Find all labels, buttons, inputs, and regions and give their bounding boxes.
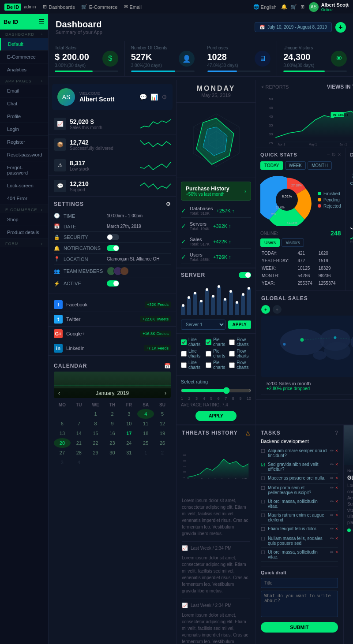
chart-opt-line2[interactable]: Line charts (181, 349, 202, 358)
sidebar-item-forgot[interactable]: Forgot-password (0, 161, 48, 179)
cal-day[interactable]: 1 (137, 448, 154, 458)
chart-opt-flow2[interactable]: Flow charts (229, 349, 251, 358)
edit-icon[interactable]: ✏ (330, 448, 334, 453)
sidebar-item-ecommerce[interactable]: E-Commerce (0, 51, 48, 63)
menu-icon[interactable]: ☰ (38, 18, 45, 26)
draft-title-input[interactable] (261, 578, 338, 588)
sidebar-item-analytics[interactable]: Analytics (0, 63, 48, 76)
cal-day[interactable]: 8 (87, 419, 104, 428)
chart-icon[interactable]: 📊 (150, 93, 158, 101)
sidebar-item-register[interactable]: Register (0, 136, 48, 149)
chart-opt-pie1[interactable]: Pie charts (206, 337, 225, 347)
cart-icon[interactable]: 🛒 (291, 4, 297, 10)
delete-icon[interactable]: × (335, 513, 338, 517)
rating-slider[interactable] (181, 387, 251, 394)
cal-day[interactable]: 13 (54, 428, 71, 438)
cal-day[interactable]: 26 (154, 438, 171, 448)
cal-day[interactable]: 11 (137, 419, 154, 428)
add-button[interactable]: + (335, 22, 346, 33)
message-icon[interactable]: 💬 (139, 93, 147, 101)
edit-icon[interactable]: ✏ (330, 462, 334, 467)
tab-visitors[interactable]: Visitors (282, 238, 304, 247)
edit-icon[interactable]: ✏ (330, 499, 334, 504)
grid-icon[interactable]: ⊞ (300, 4, 304, 10)
edit-icon[interactable]: ✏ (330, 485, 334, 490)
sidebar-item-shop[interactable]: Shop (0, 213, 48, 226)
chart-opt-flow3[interactable]: Flow charts (229, 360, 251, 370)
chart-opt-flow1[interactable]: Flow charts (229, 337, 251, 347)
cal-day[interactable]: 14 (71, 428, 87, 438)
cal-day[interactable]: 23 (104, 438, 121, 448)
notifications-toggle[interactable] (107, 245, 119, 251)
language-selector[interactable]: 🌐 English (253, 4, 277, 10)
server-select[interactable]: Server 1 Server 2 (181, 320, 225, 330)
security-toggle[interactable] (107, 234, 119, 240)
dot-active[interactable] (347, 529, 351, 532)
cal-day[interactable]: 15 (87, 428, 104, 438)
settings-gear-icon[interactable]: ⚙ (166, 201, 171, 207)
active-toggle[interactable] (107, 280, 119, 287)
delete-icon[interactable]: × (335, 550, 338, 555)
sidebar-item-lockscreen[interactable]: Lock-screen (0, 179, 48, 192)
date-range-button[interactable]: 📅 July 10, 2019 - August 8, 2019 (255, 22, 332, 32)
cal-day[interactable]: 21 (71, 438, 87, 448)
rating-apply-button[interactable]: APPLY (195, 411, 236, 421)
draft-body-input[interactable] (261, 591, 338, 617)
cal-day[interactable]: 12 (154, 419, 171, 428)
cal-day[interactable]: 4 (137, 409, 154, 419)
cal-day[interactable]: 20 (54, 438, 71, 448)
edit-icon[interactable]: ✏ (330, 513, 334, 517)
nav-dashboards[interactable]: ⊞ Dashboards (43, 4, 75, 10)
delete-icon[interactable]: × (335, 526, 338, 531)
cal-day[interactable]: 30 (104, 448, 121, 458)
cal-day[interactable]: 24 (120, 438, 137, 448)
cal-day[interactable]: 3 (54, 458, 71, 467)
minus-icon[interactable]: − (327, 152, 330, 158)
bell-icon[interactable]: 🔔 (281, 4, 287, 10)
sidebar-item-profile[interactable]: Profile (0, 110, 48, 123)
chart-opt-pie3[interactable]: Pie charts (206, 360, 225, 370)
sidebar-item-email[interactable]: Email (0, 85, 48, 97)
social-linkedin[interactable]: in LinkedIn +7.1K Feeds (49, 341, 176, 356)
cal-day[interactable]: 4 (71, 458, 87, 467)
server-toggle[interactable] (239, 272, 251, 278)
cal-day[interactable] (54, 409, 71, 419)
refresh-icon[interactable]: ↻ (331, 152, 336, 158)
settings-icon[interactable]: ⚙ (161, 93, 167, 101)
edit-icon[interactable]: ✏ (330, 536, 334, 541)
close-icon[interactable]: × (338, 152, 341, 158)
cal-day[interactable]: 10 (120, 419, 137, 428)
cal-day[interactable]: 9 (104, 419, 121, 428)
delete-icon[interactable]: × (335, 499, 338, 504)
cal-day[interactable]: 27 (54, 448, 71, 458)
cal-day-today[interactable]: 17 (120, 428, 137, 438)
tab-users[interactable]: Users (260, 238, 280, 247)
server-apply-button[interactable]: APPLY (228, 320, 251, 329)
next-month-button[interactable]: › (165, 390, 166, 396)
cal-day[interactable]: 5 (154, 409, 171, 419)
map-pin-1[interactable]: + (261, 305, 270, 314)
delete-icon[interactable]: × (335, 485, 338, 490)
nav-ecommerce[interactable]: 🛒 E-Commerce (81, 4, 118, 10)
map-pin-2[interactable]: + (273, 305, 282, 314)
cal-day[interactable]: 22 (87, 438, 104, 448)
cal-day[interactable]: 28 (71, 448, 87, 458)
cal-day[interactable] (71, 409, 87, 419)
prev-month-button[interactable]: ‹ (58, 390, 60, 396)
social-facebook[interactable]: f Facebook +32K Feeds (49, 298, 176, 312)
delete-icon[interactable]: × (335, 476, 338, 480)
sidebar-item-reset[interactable]: Reset-password (0, 149, 48, 161)
cal-day[interactable]: 7 (71, 419, 87, 428)
sidebar-item-chat[interactable]: Chat (0, 97, 48, 110)
sidebar-item-login[interactable]: Login (0, 123, 48, 136)
cal-day[interactable]: 2 (154, 448, 171, 458)
delete-icon[interactable]: × (335, 448, 338, 453)
edit-icon[interactable]: ✏ (330, 476, 334, 480)
social-twitter[interactable]: t Twitter +22.6K Tweets (49, 312, 176, 327)
sidebar-item-default[interactable]: Default (0, 38, 48, 51)
cal-day[interactable]: 29 (87, 448, 104, 458)
cal-day[interactable]: 18 (137, 428, 154, 438)
cal-day[interactable]: 3 (120, 409, 137, 419)
qs-tab-month[interactable]: MONTH (308, 161, 332, 170)
chart-opt-pie2[interactable]: Pie charts (206, 349, 225, 358)
